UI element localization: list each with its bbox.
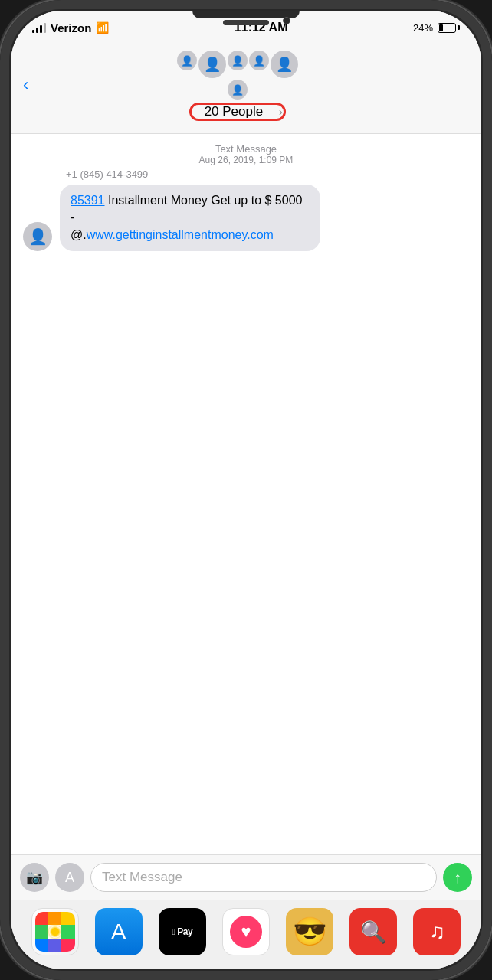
photos-segment — [35, 912, 48, 925]
avatar: 👤 — [228, 51, 248, 70]
photos-segment — [61, 939, 74, 952]
app-drawer-button[interactable]: A — [55, 863, 84, 892]
photos-segment — [48, 912, 61, 925]
sender-avatar: 👤 — [23, 222, 52, 251]
message-type-label: Text Message — [23, 143, 469, 155]
back-button[interactable]: ‹ — [23, 75, 28, 95]
people-count-label: 20 People — [192, 101, 276, 122]
input-area: 📷 A Text Message ↑ — [11, 854, 481, 900]
header-top-row: ‹ 👤 👤 👤 👤 👤 👤 20 People › — [23, 51, 469, 119]
appstore-logo-icon: A — [111, 919, 126, 945]
messages-header: ‹ 👤 👤 👤 👤 👤 👤 20 People › — [11, 44, 481, 134]
carrier-label: Verizon — [51, 21, 91, 34]
camera-icon: 📷 — [26, 869, 43, 886]
message-text-part1: Installment Money Get up to $ 5000 - — [71, 194, 302, 224]
dock-item-appstore[interactable]: A — [95, 908, 143, 956]
group-avatar: 👤 👤 👤 👤 👤 👤 20 People › — [176, 51, 299, 119]
game-emoji-icon: 😎 — [293, 916, 327, 948]
search-web-icon: 🔍 — [360, 920, 387, 945]
message-date: Aug 26, 2019, 1:09 PM — [23, 155, 469, 165]
avatar-icons-group: 👤 👤 👤 👤 👤 👤 — [176, 51, 299, 100]
photos-segment — [61, 925, 74, 938]
chat-area: Text Message Aug 26, 2019, 1:09 PM +1 (8… — [11, 134, 481, 854]
dock-item-photos[interactable] — [31, 908, 79, 956]
avatar: 👤 — [198, 51, 226, 78]
message-input-placeholder: Text Message — [102, 870, 182, 885]
camera-button[interactable]: 📷 — [20, 863, 49, 892]
message-date-label: Text Message Aug 26, 2019, 1:09 PM — [23, 143, 469, 165]
message-row: 👤 85391 Installment Money Get up to $ 50… — [23, 185, 469, 251]
screen: Verizon 📶 11:12 AM 24% ‹ 👤 — [11, 11, 481, 969]
photos-segment — [48, 925, 61, 938]
speaker — [223, 20, 269, 25]
people-label-wrapper[interactable]: 20 People › — [192, 104, 283, 119]
applepay-icon:  Pay — [172, 926, 193, 937]
status-right: 24% — [413, 22, 460, 34]
music-icon: ♫ — [429, 920, 445, 944]
photos-segment — [61, 912, 74, 925]
photos-segment — [35, 939, 48, 952]
photos-segment — [35, 925, 48, 938]
message-bubble: 85391 Installment Money Get up to $ 5000… — [60, 185, 320, 251]
dock-item-music[interactable]: ♫ — [413, 908, 461, 956]
avatar: 👤 — [228, 80, 248, 100]
dock-item-applepay[interactable]:  Pay — [159, 908, 206, 956]
avatar: 👤 — [177, 51, 197, 70]
dock-item-heart-app[interactable]: ♥ — [222, 908, 270, 956]
send-arrow-icon: ↑ — [454, 869, 461, 887]
photos-segment — [48, 939, 61, 952]
avatar: 👤 — [271, 51, 298, 78]
message-url-link[interactable]: www.gettinginstallmentmoney.com — [87, 228, 274, 241]
appstore-icon: A — [65, 870, 74, 886]
signal-strength-icon — [32, 22, 46, 33]
chevron-left-icon: ‹ — [23, 75, 28, 95]
wifi-icon: 📶 — [96, 21, 109, 34]
avatar: 👤 — [249, 51, 269, 70]
message-input-wrapper[interactable]: Text Message — [90, 863, 437, 892]
chevron-right-icon: › — [279, 105, 283, 118]
dock-item-game[interactable]: 😎 — [286, 908, 333, 956]
battery-percent-label: 24% — [413, 22, 433, 34]
sender-code-link[interactable]: 85391 — [71, 194, 105, 207]
status-left: Verizon 📶 — [32, 21, 109, 34]
message-pre-url: @. — [71, 228, 87, 241]
dock: A  Pay ♥ 😎 🔍 ♫ — [11, 900, 481, 969]
heart-icon: ♥ — [230, 916, 262, 948]
battery-icon — [438, 23, 460, 33]
sender-phone-label: +1 (845) 414-3499 — [66, 168, 469, 180]
dock-item-search-web[interactable]: 🔍 — [349, 908, 397, 956]
phone-frame: Verizon 📶 11:12 AM 24% ‹ 👤 — [0, 0, 492, 980]
send-button[interactable]: ↑ — [443, 863, 472, 892]
front-camera — [283, 17, 290, 24]
